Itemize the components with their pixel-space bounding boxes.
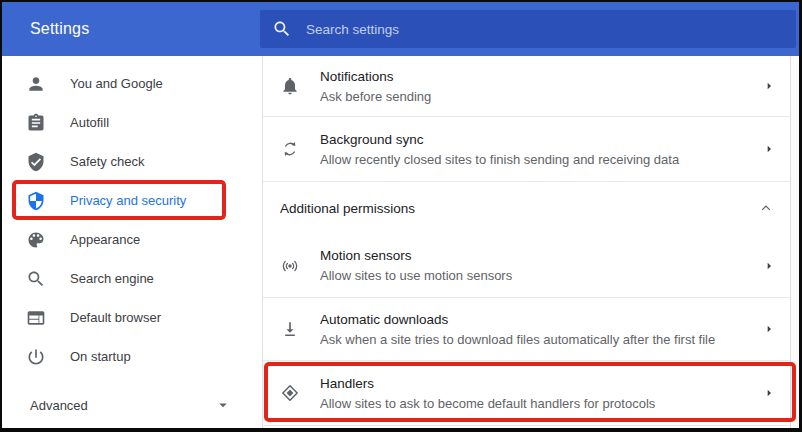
search-input[interactable]: Search settings bbox=[260, 10, 796, 48]
browser-window-icon bbox=[26, 308, 46, 328]
sidebar-item-label: On startup bbox=[70, 349, 131, 364]
person-icon bbox=[26, 74, 46, 94]
section-additional-permissions[interactable]: Additional permissions bbox=[263, 182, 799, 234]
chrome-settings-window: Settings Search settings You and Google bbox=[0, 0, 802, 432]
sidebar-item-label: Autofill bbox=[70, 115, 109, 130]
row-title: Background sync bbox=[320, 132, 761, 147]
sidebar-item-safety-check[interactable]: Safety check bbox=[2, 142, 262, 181]
row-title: Motion sensors bbox=[320, 248, 761, 263]
sidebar-item-default-browser[interactable]: Default browser bbox=[2, 298, 262, 337]
row-title: Automatic downloads bbox=[320, 312, 761, 327]
sidebar-item-privacy-and-security[interactable]: Privacy and security bbox=[2, 181, 262, 220]
row-title: Handlers bbox=[320, 376, 761, 391]
chevron-right-icon bbox=[761, 385, 777, 401]
handlers-icon bbox=[280, 383, 300, 403]
caret-down-icon bbox=[214, 396, 232, 414]
chevron-right-icon bbox=[761, 141, 777, 157]
row-subtitle: Ask before sending bbox=[320, 89, 761, 104]
magnifier-icon bbox=[26, 269, 46, 289]
chevron-right-icon bbox=[761, 321, 777, 337]
sidebar-item-autofill[interactable]: Autofill bbox=[2, 103, 262, 142]
scrollbar-track[interactable] bbox=[790, 56, 799, 430]
sidebar-item-label: Default browser bbox=[70, 310, 161, 325]
advanced-label: Advanced bbox=[30, 398, 88, 413]
power-icon bbox=[26, 347, 46, 367]
settings-sidebar: You and Google Autofill Safety check bbox=[2, 56, 262, 430]
row-motion-sensors[interactable]: Motion sensors Allow sites to use motion… bbox=[263, 234, 799, 298]
row-subtitle: Allow sites to use motion sensors bbox=[320, 268, 761, 283]
row-automatic-downloads[interactable]: Automatic downloads Ask when a site trie… bbox=[263, 298, 799, 361]
sidebar-item-label: Search engine bbox=[70, 271, 154, 286]
palette-icon bbox=[26, 230, 46, 250]
row-subtitle: Ask when a site tries to download files … bbox=[320, 332, 761, 347]
sidebar-item-on-startup[interactable]: On startup bbox=[2, 337, 262, 376]
sidebar-item-label: You and Google bbox=[70, 76, 163, 91]
page-title: Settings bbox=[30, 20, 89, 38]
motion-sensor-icon bbox=[280, 256, 300, 276]
chevron-right-icon bbox=[761, 258, 777, 274]
sidebar-item-label: Privacy and security bbox=[70, 193, 186, 208]
sidebar-item-label: Safety check bbox=[70, 154, 144, 169]
sync-icon bbox=[280, 139, 300, 159]
shield-half-icon bbox=[26, 191, 46, 211]
shield-check-icon bbox=[26, 152, 46, 172]
sidebar-item-appearance[interactable]: Appearance bbox=[2, 220, 262, 259]
clipboard-icon bbox=[26, 113, 46, 133]
row-title: Notifications bbox=[320, 69, 761, 84]
row-notifications[interactable]: Notifications Ask before sending bbox=[263, 56, 799, 117]
section-header-label: Additional permissions bbox=[280, 201, 415, 216]
row-subtitle: Allow recently closed sites to finish se… bbox=[320, 152, 761, 167]
sidebar-item-you-and-google[interactable]: You and Google bbox=[2, 64, 262, 103]
row-handlers[interactable]: Handlers Allow sites to ask to become de… bbox=[263, 361, 799, 426]
search-icon bbox=[272, 19, 292, 39]
chevron-right-icon bbox=[761, 78, 777, 94]
row-background-sync[interactable]: Background sync Allow recently closed si… bbox=[263, 117, 799, 182]
download-icon bbox=[280, 319, 300, 339]
search-placeholder: Search settings bbox=[306, 22, 399, 37]
settings-content: Notifications Ask before sending bbox=[262, 56, 799, 430]
sidebar-item-label: Appearance bbox=[70, 232, 140, 247]
sidebar-advanced-toggle[interactable]: Advanced bbox=[2, 390, 262, 420]
bell-icon bbox=[280, 76, 300, 96]
row-subtitle: Allow sites to ask to become default han… bbox=[320, 396, 761, 411]
chevron-up-icon bbox=[757, 199, 775, 217]
header-bar: Settings Search settings bbox=[2, 2, 799, 56]
sidebar-item-search-engine[interactable]: Search engine bbox=[2, 259, 262, 298]
